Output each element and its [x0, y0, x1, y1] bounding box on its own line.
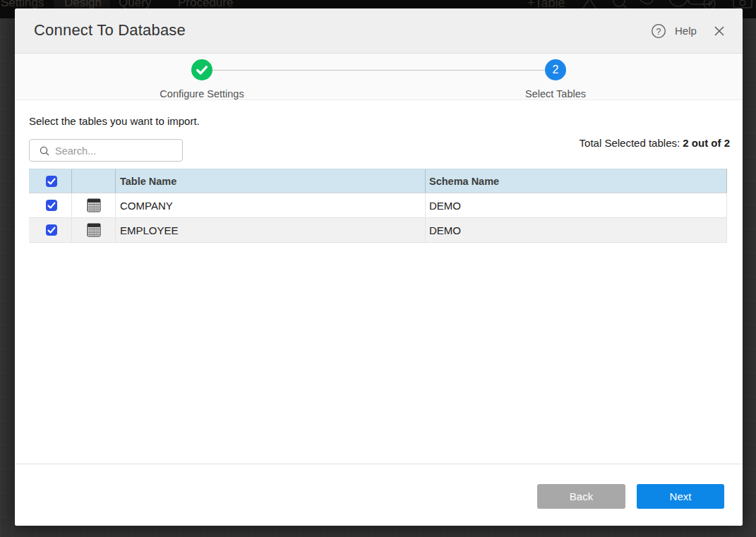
svg-text:?: ? [656, 27, 661, 37]
